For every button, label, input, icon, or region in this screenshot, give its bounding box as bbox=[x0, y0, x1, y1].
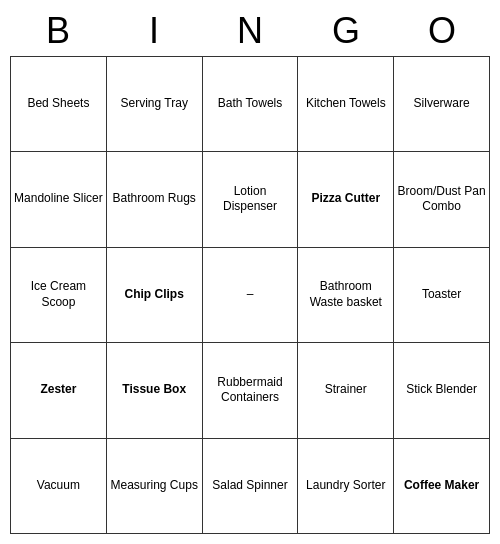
grid-cell: Bath Towels bbox=[202, 56, 298, 152]
grid-cell: Stick Blender bbox=[394, 343, 490, 439]
grid-cell: Bathroom Rugs bbox=[106, 152, 202, 248]
grid-row: Ice Cream ScoopChip Clips–Bathroom Waste… bbox=[11, 247, 490, 343]
grid-cell: Mandoline Slicer bbox=[11, 152, 107, 248]
grid-row: Bed SheetsServing TrayBath TowelsKitchen… bbox=[11, 56, 490, 152]
grid-row: ZesterTissue BoxRubbermaid ContainersStr… bbox=[11, 343, 490, 439]
grid-cell: Chip Clips bbox=[106, 247, 202, 343]
grid-cell: Zester bbox=[11, 343, 107, 439]
grid-cell: Strainer bbox=[298, 343, 394, 439]
grid-cell: – bbox=[202, 247, 298, 343]
grid-cell: Ice Cream Scoop bbox=[11, 247, 107, 343]
grid-cell: Rubbermaid Containers bbox=[202, 343, 298, 439]
grid-cell: Measuring Cups bbox=[106, 438, 202, 534]
bingo-letter: O bbox=[394, 10, 490, 52]
bingo-letter: N bbox=[202, 10, 298, 52]
bingo-grid: Bed SheetsServing TrayBath TowelsKitchen… bbox=[10, 56, 490, 534]
bingo-letter: G bbox=[298, 10, 394, 52]
grid-cell: Laundry Sorter bbox=[298, 438, 394, 534]
grid-cell: Kitchen Towels bbox=[298, 56, 394, 152]
grid-cell: Lotion Dispenser bbox=[202, 152, 298, 248]
bingo-letter: B bbox=[10, 10, 106, 52]
grid-row: Mandoline SlicerBathroom RugsLotion Disp… bbox=[11, 152, 490, 248]
grid-cell: Vacuum bbox=[11, 438, 107, 534]
grid-cell: Silverware bbox=[394, 56, 490, 152]
grid-cell: Serving Tray bbox=[106, 56, 202, 152]
grid-cell: Pizza Cutter bbox=[298, 152, 394, 248]
grid-cell: Toaster bbox=[394, 247, 490, 343]
grid-cell: Broom/Dust Pan Combo bbox=[394, 152, 490, 248]
grid-cell: Bed Sheets bbox=[11, 56, 107, 152]
grid-row: VacuumMeasuring CupsSalad SpinnerLaundry… bbox=[11, 438, 490, 534]
grid-cell: Coffee Maker bbox=[394, 438, 490, 534]
bingo-letter: I bbox=[106, 10, 202, 52]
grid-cell: Bathroom Waste basket bbox=[298, 247, 394, 343]
bingo-header: BINGO bbox=[10, 10, 490, 52]
grid-cell: Tissue Box bbox=[106, 343, 202, 439]
grid-cell: Salad Spinner bbox=[202, 438, 298, 534]
